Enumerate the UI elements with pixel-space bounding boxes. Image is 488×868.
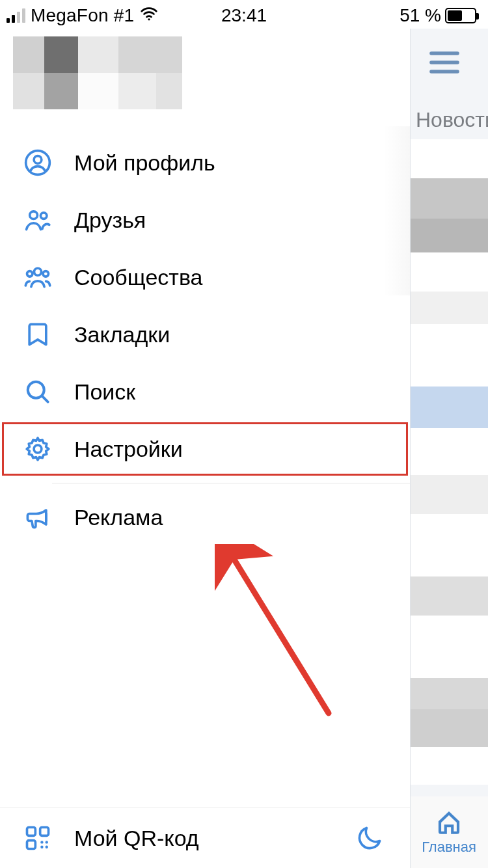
svg-point-15 <box>40 846 43 848</box>
cellular-signal-icon <box>7 8 25 23</box>
status-right: 51 % <box>400 5 476 26</box>
bottom-row: Мой QR-код <box>0 807 410 868</box>
status-left: MegaFon #1 <box>7 4 159 28</box>
menu-item-qr[interactable]: Мой QR-код <box>23 824 199 852</box>
menu-item-label: Мой профиль <box>74 150 215 176</box>
svg-point-5 <box>34 268 42 275</box>
qr-label: Мой QR-код <box>74 826 199 851</box>
avatar-pixelated <box>13 36 182 109</box>
menu-item-settings[interactable]: Настройки <box>0 420 410 478</box>
menu-item-label: Сообщества <box>74 265 203 290</box>
bookmark-icon <box>23 320 52 349</box>
peek-content-pixelated <box>410 139 488 785</box>
svg-point-0 <box>148 18 150 20</box>
side-menu: Мой профиль Друзья Сообщества Закладки <box>0 29 410 868</box>
peek-pane[interactable]: Новости Главная <box>410 29 488 868</box>
svg-point-16 <box>46 846 48 848</box>
svg-point-6 <box>27 271 33 277</box>
hamburger-icon[interactable] <box>411 29 488 77</box>
menu-item-ads[interactable]: Реклама <box>0 489 410 546</box>
menu-item-bookmarks[interactable]: Закладки <box>0 306 410 363</box>
svg-point-13 <box>40 841 43 843</box>
wifi-icon <box>139 4 159 28</box>
menu-item-communities[interactable]: Сообщества <box>0 249 410 306</box>
profile-header[interactable] <box>0 29 410 112</box>
menu-item-friends[interactable]: Друзья <box>0 191 410 249</box>
svg-point-9 <box>34 445 42 453</box>
tab-home[interactable]: Главная <box>410 796 488 868</box>
megaphone-icon <box>23 503 52 532</box>
menu-item-label: Поиск <box>74 379 135 405</box>
communities-icon <box>23 263 52 292</box>
menu-shadow <box>383 126 410 295</box>
status-bar: MegaFon #1 23:41 51 % <box>0 0 488 29</box>
svg-rect-10 <box>27 828 36 836</box>
friends-icon <box>23 206 52 234</box>
menu-item-label: Настройки <box>74 437 183 462</box>
clock: 23:41 <box>221 5 267 26</box>
search-icon <box>23 377 52 406</box>
menu-item-label: Реклама <box>74 505 163 530</box>
svg-point-7 <box>43 271 48 277</box>
svg-point-14 <box>46 841 48 843</box>
profile-icon <box>23 148 52 177</box>
menu-item-label: Друзья <box>74 208 146 233</box>
svg-point-3 <box>30 211 38 219</box>
menu-item-label: Закладки <box>74 322 170 347</box>
menu-item-profile[interactable]: Мой профиль <box>0 134 410 191</box>
carrier-label: MegaFon #1 <box>31 5 134 26</box>
menu-list: Мой профиль Друзья Сообщества Закладки <box>0 112 410 546</box>
menu-item-search[interactable]: Поиск <box>0 363 410 420</box>
menu-divider <box>52 483 410 483</box>
peek-title: Новости <box>411 77 488 132</box>
gear-icon <box>23 435 52 463</box>
battery-icon <box>445 8 476 23</box>
tab-label: Главная <box>422 839 476 856</box>
svg-rect-12 <box>27 841 36 849</box>
svg-point-4 <box>40 213 47 219</box>
battery-percentage: 51 % <box>400 5 441 26</box>
svg-rect-11 <box>40 828 49 836</box>
qr-icon <box>23 824 52 852</box>
svg-point-2 <box>34 156 42 164</box>
moon-icon[interactable] <box>355 824 384 852</box>
